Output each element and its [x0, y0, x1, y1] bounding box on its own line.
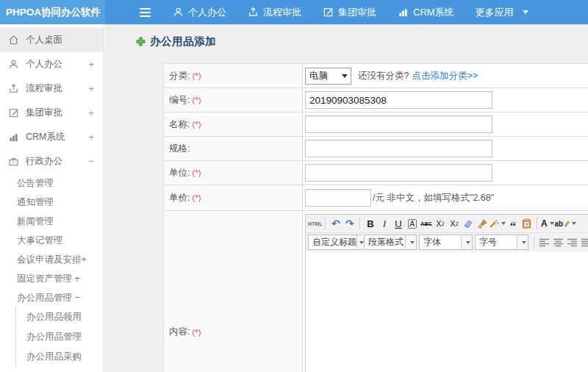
required-mark: (*) — [192, 168, 201, 177]
category-hint: 还没有分类? — [358, 70, 409, 82]
nav-group-approval[interactable]: 集团审批 — [323, 6, 376, 19]
required-mark: (*) — [192, 120, 201, 129]
custom-title-select[interactable]: 自定义标题 — [308, 235, 362, 250]
italic-button[interactable]: I — [377, 217, 391, 231]
blockquote-button[interactable]: “ — [506, 217, 520, 231]
sidebar-item-supplies-claim[interactable]: 办公用品领用 — [16, 307, 104, 327]
home-icon — [8, 35, 19, 46]
field-label: 规格: — [169, 143, 190, 155]
sidebar-item-announcement-mgmt[interactable]: 公告管理 — [0, 174, 104, 193]
briefcase-icon — [8, 156, 19, 167]
sidebar-item-personal-office[interactable]: 个人办公 + — [0, 52, 104, 76]
strikethrough-button[interactable]: ABC — [419, 217, 433, 231]
caret-down-icon — [342, 74, 348, 78]
required-mark: (*) — [192, 71, 201, 80]
sidebar-item-events-mgmt[interactable]: 大事记管理 — [0, 231, 104, 250]
price-format-note: /元 非中文，如填写格式"2.68" — [373, 192, 494, 204]
align-right-button[interactable] — [565, 235, 579, 249]
align-center-button[interactable] — [551, 235, 565, 249]
edit-square-icon — [8, 107, 19, 118]
name-input[interactable] — [305, 115, 492, 133]
expand-plus-icon[interactable]: + — [88, 132, 94, 143]
spec-input[interactable] — [305, 140, 492, 157]
supply-add-form: 分类: (*) 电脑 还没有分类? 点击添加分类>> 编号: (*) — [163, 63, 588, 372]
undo-button[interactable]: ↶ — [329, 217, 343, 231]
sidebar-item-supplies-purchase[interactable]: 办公用品采购 — [16, 347, 104, 367]
form-row-code: 编号: (*) — [164, 88, 588, 112]
sidebar-item-desktop[interactable]: 个人桌面 — [0, 28, 104, 52]
superscript-button[interactable]: X2 — [433, 217, 447, 231]
code-input[interactable] — [305, 91, 492, 109]
sidebar-item-notice-mgmt[interactable]: 通知管理 — [0, 193, 104, 212]
sidebar-item-news-mgmt[interactable]: 新闻管理 — [0, 212, 104, 231]
rich-text-editor: HTML ↶ ↷ B I U A ABC X2 X2 — [305, 214, 588, 372]
sidebar-item-crm[interactable]: CRM系统 + — [0, 125, 104, 149]
nav-personal-office[interactable]: 个人办公 — [173, 6, 226, 19]
required-mark: (*) — [192, 96, 201, 104]
nav-label: 更多应用 — [476, 6, 514, 19]
top-nav: 个人办公 流程审批 集团审批 CRM系统 更多应用 — [105, 0, 550, 24]
form-row-content: 内容: (*) HTML ↶ ↷ B I U A ABC — [164, 211, 588, 372]
html-source-button[interactable]: HTML — [308, 217, 322, 231]
boxed-a-button[interactable]: A — [405, 217, 419, 231]
field-label: 名称: — [169, 118, 190, 131]
form-row-unit: 单位: (*) — [164, 161, 588, 185]
sidebar-item-group-approval[interactable]: 集团审批 + — [0, 101, 104, 125]
pencil-icon — [563, 220, 570, 227]
expand-plus-icon[interactable]: + — [88, 83, 94, 94]
redo-button[interactable]: ↷ — [343, 217, 356, 231]
sidebar-item-supplies-manage[interactable]: 办公用品管理 — [16, 327, 104, 347]
brush-icon — [477, 219, 487, 229]
sidebar: 个人桌面 个人办公 + 流程审批 + 集团审批 + CRM系统 + 行政办公 — [0, 24, 104, 372]
sidebar-item-supplies-mgmt[interactable]: 办公用品管理 − — [0, 288, 104, 307]
eraser-button[interactable] — [461, 217, 475, 231]
menu-toggle-icon[interactable] — [140, 8, 151, 17]
nav-more-apps[interactable]: 更多应用 — [476, 6, 528, 19]
caret-down-icon — [410, 241, 415, 244]
justify-button[interactable] — [579, 235, 588, 249]
sidebar-item-workflow-approval[interactable]: 流程审批 + — [0, 76, 104, 101]
sidebar-item-assets-mgmt[interactable]: 固定资产管理 + — [0, 269, 104, 288]
export-icon — [248, 7, 259, 18]
expand-plus-icon[interactable]: + — [88, 107, 94, 118]
field-label: 分类: — [169, 70, 190, 82]
nav-label: CRM系统 — [413, 6, 454, 19]
add-category-link[interactable]: 点击添加分类>> — [412, 70, 478, 82]
sidebar-item-meeting-mgmt[interactable]: 会议申请及安排+ — [0, 250, 104, 269]
app-logo: PHPOA协同办公软件 — [0, 0, 105, 24]
bold-button[interactable]: B — [363, 217, 377, 231]
sidebar-label: CRM系统 — [26, 131, 65, 143]
main-content: 办公用品添加 分类: (*) 电脑 还没有分类? 点击添加分类>> 编号: (*… — [105, 24, 588, 372]
autotypeset-button[interactable] — [489, 217, 506, 231]
font-size-select[interactable]: 字号 — [475, 235, 528, 250]
sidebar-item-admin-office[interactable]: 行政办公 − — [0, 149, 104, 174]
nav-workflow-approval[interactable]: 流程审批 — [248, 6, 301, 19]
highlight-button[interactable]: ab — [554, 217, 576, 231]
nav-crm-system[interactable]: CRM系统 — [398, 6, 454, 19]
paragraph-select[interactable]: 段落格式 — [364, 235, 417, 250]
category-select[interactable]: 电脑 — [305, 68, 351, 85]
selected-option: 电脑 — [309, 70, 328, 82]
align-left-button[interactable] — [537, 235, 551, 249]
form-row-spec: 规格: — [164, 137, 588, 161]
editor-toolbar-row2: 自定义标题 段落格式 字体 字号 — [306, 233, 588, 251]
form-row-name: 名称: (*) — [164, 112, 588, 137]
sidebar-label: 个人办公 — [26, 58, 62, 71]
field-label: 编号: — [169, 94, 190, 107]
page-title: 办公用品添加 — [150, 35, 216, 49]
font-color-button[interactable]: A — [540, 217, 554, 231]
unit-input[interactable] — [305, 164, 492, 182]
field-label: 单价: — [169, 192, 190, 204]
format-brush-button[interactable] — [475, 217, 489, 231]
price-input[interactable] — [305, 189, 371, 207]
nav-label: 集团审批 — [338, 6, 376, 19]
collapse-minus-icon[interactable]: − — [88, 156, 94, 167]
subscript-button[interactable]: X2 — [447, 217, 461, 231]
sidebar-label: 个人桌面 — [26, 34, 62, 46]
font-family-select[interactable]: 字体 — [419, 235, 473, 250]
page-title-bar: 办公用品添加 — [136, 35, 216, 49]
paste-button[interactable]: T — [520, 217, 534, 231]
editor-body[interactable] — [306, 251, 588, 372]
underline-button[interactable]: U — [391, 217, 405, 231]
expand-plus-icon[interactable]: + — [88, 59, 94, 70]
